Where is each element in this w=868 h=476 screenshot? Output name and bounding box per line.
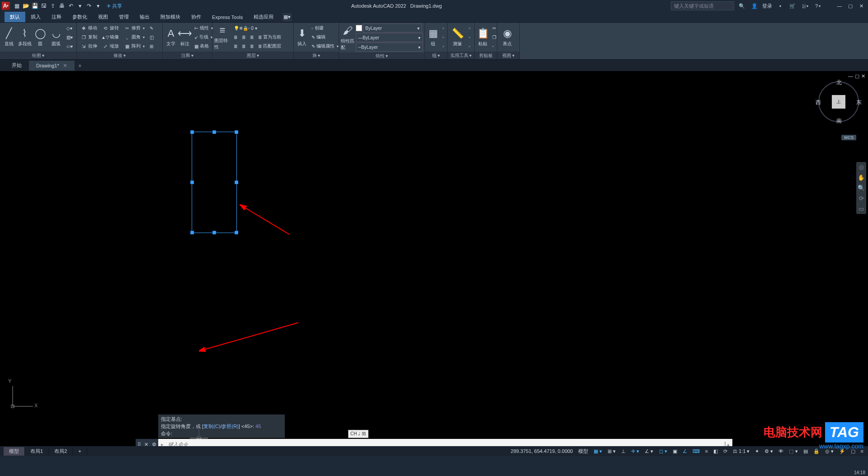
compass-north[interactable]: 北 [836, 79, 842, 86]
layer-tool-icon[interactable]: ≣ [240, 33, 247, 42]
set-current-button[interactable]: ≣ 置为当前 [256, 33, 283, 42]
close-icon[interactable]: ✕ [856, 1, 866, 11]
isodraft-icon[interactable]: ∠ ▾ [643, 448, 655, 454]
layer-props-button[interactable]: ≡图层特性 [214, 24, 231, 51]
grip-corner[interactable] [235, 130, 238, 134]
share-button[interactable]: ✈ 共享 [107, 3, 122, 10]
login-button[interactable]: 登录 [762, 3, 772, 10]
showmotion-icon[interactable]: ▭ [859, 205, 864, 212]
vp-maximize-icon[interactable]: ▢ [855, 73, 859, 79]
panel-title-group[interactable]: 组 ▾ [425, 52, 447, 59]
nav-wheel-icon[interactable]: ◎ [859, 164, 864, 171]
paste-button[interactable]: 📋粘贴 [476, 24, 489, 51]
3dosnap-icon[interactable]: ▣ [671, 448, 679, 454]
panel-title-block[interactable]: 块 ▾ [294, 52, 339, 59]
quickprops-icon[interactable]: ▤ [802, 448, 810, 454]
autodesk-app-icon[interactable]: ⍄ [800, 1, 810, 11]
leader-button[interactable]: ↙ 引线 [193, 33, 215, 42]
draw-flyout-icon[interactable]: ◇▾ [65, 24, 75, 33]
maximize-icon[interactable]: ▢ [845, 1, 855, 11]
new-icon[interactable]: ▦ [13, 2, 21, 10]
panel-title-annot[interactable]: 注释 ▾ [163, 52, 212, 59]
layer-tool-icon[interactable]: ≣ [248, 42, 255, 51]
measure-button[interactable]: 📏测量 [449, 24, 466, 51]
search-icon[interactable]: 🔍 [737, 1, 747, 11]
rotate-button[interactable]: ⟲旋转 [100, 24, 121, 33]
text-button[interactable]: A文字 [165, 24, 177, 51]
units-icon[interactable]: ⬚ ▾ [787, 448, 799, 454]
minimize-icon[interactable]: — [835, 1, 844, 11]
annoscale-icon[interactable]: ⚖ 1:1 ▾ [731, 448, 751, 454]
tab-addins[interactable]: 附加模块 [155, 12, 186, 22]
fillet-button[interactable]: ◟圆角 [122, 33, 146, 42]
layer-tool-icon[interactable]: ≣ [248, 33, 255, 42]
layer-state-icon[interactable]: 💡❄🔒▫ 0 ▾ [232, 24, 283, 33]
edit-attr-button[interactable]: ✎ 编辑属性 [310, 42, 340, 51]
close-tab-icon[interactable]: ✕ [63, 62, 67, 69]
vp-close-icon[interactable]: ✕ [861, 73, 865, 79]
new-layout-button[interactable]: + [73, 447, 87, 455]
util-tool-icon[interactable]: ▫ [467, 42, 472, 51]
panel-title-modify[interactable]: 修改 ▾ [77, 52, 162, 59]
wcs-badge[interactable]: WCS [841, 135, 856, 140]
rectangle-icon[interactable]: ▭▾ [65, 42, 75, 51]
open-icon[interactable]: 📂 [22, 2, 30, 10]
grip-mid[interactable] [212, 231, 216, 234]
app-logo[interactable]: A▾ [2, 2, 10, 10]
group-tool-icon[interactable]: ▫ [441, 42, 446, 51]
zoom-extents-icon[interactable]: 🔍 [858, 185, 865, 191]
util-tool-icon[interactable]: ▫ [467, 24, 472, 33]
panel-title-draw[interactable]: 绘图 ▾ [0, 52, 76, 59]
grip-mid[interactable] [235, 181, 238, 184]
annomonitor-icon[interactable]: 👁 [777, 448, 785, 454]
drawing-canvas[interactable]: — ▢ ✕ 北 南 东 西 上 WCS ◎ ✋ 🔍 ⟳ ▭ [0, 71, 868, 456]
modify-icon[interactable]: ✎ [148, 24, 156, 33]
circle-button[interactable]: ◯圆 [33, 24, 48, 51]
layout-tab-1[interactable]: 布局1 [25, 447, 49, 456]
linetype-combo[interactable]: ─ ByLayer▾ [356, 43, 423, 52]
saveas-icon[interactable]: 🖫 [40, 2, 48, 10]
array-button[interactable]: ▦阵列 [122, 42, 146, 51]
otrack-icon[interactable]: ∠ [681, 448, 689, 454]
polyline-button[interactable]: ⌇多段线 [18, 24, 32, 51]
stretch-button[interactable]: ⇲拉伸 [79, 42, 99, 51]
match-props-button[interactable]: 🖌特性匹配 [341, 24, 354, 51]
selected-rectangle[interactable] [192, 132, 237, 233]
tab-parametric[interactable]: 参数化 [67, 12, 93, 22]
snap-icon[interactable]: ⊞ ▾ [606, 448, 618, 454]
group-button[interactable]: ▦组 [427, 24, 439, 51]
login-dropdown-icon[interactable] [775, 1, 785, 11]
grip-corner[interactable] [235, 231, 238, 234]
tab-view[interactable]: 视图 [93, 12, 113, 22]
layer-tool-icon[interactable]: ≣ [240, 42, 247, 51]
color-combo[interactable]: ByLayer▾ [363, 24, 422, 33]
web-icon[interactable]: ⇪ [49, 2, 57, 10]
util-tool-icon[interactable]: ▫ [467, 33, 472, 42]
edit-block-button[interactable]: ✎ 编辑 [310, 33, 340, 42]
dyninput-icon[interactable]: ⌨ [691, 448, 702, 454]
undo-icon[interactable]: ↶ [67, 2, 75, 10]
grip-corner[interactable] [190, 231, 194, 234]
help-search-input[interactable]: 键入关键字或短语 [671, 1, 734, 10]
workspace-icon[interactable]: ⚙ ▾ [763, 448, 775, 454]
copy-button[interactable]: ❐复制 [79, 33, 99, 42]
redo-icon[interactable]: ↷ [85, 2, 93, 10]
move-button[interactable]: ✥移动 [79, 24, 99, 33]
dimension-button[interactable]: ⟷标注 [179, 24, 191, 51]
annovisibility-icon[interactable]: ✦ [753, 448, 761, 454]
vp-minimize-icon[interactable]: — [848, 73, 853, 79]
arc-button[interactable]: ◡圆弧 [49, 24, 63, 51]
tab-express[interactable]: Express Tools [207, 13, 248, 22]
tab-default[interactable]: 默认 [5, 12, 25, 22]
tab-featured[interactable]: 精选应用 [248, 12, 279, 22]
layout-tab-model[interactable]: 模型 [4, 447, 25, 456]
lineweight-combo[interactable]: — ByLayer▾ [356, 33, 423, 42]
compass-west[interactable]: 西 [816, 99, 821, 106]
polar-icon[interactable]: ✛ ▾ [629, 448, 641, 454]
lineweight-icon[interactable]: ≡ [703, 448, 710, 454]
trim-button[interactable]: ✂修剪 [122, 24, 146, 33]
layer-tool-icon[interactable]: ≣ [232, 33, 239, 42]
new-tab-button[interactable]: + [75, 62, 85, 69]
insert-block-button[interactable]: ⬇插入 [296, 24, 308, 51]
viewcube[interactable]: 北 南 东 西 上 [818, 81, 859, 122]
